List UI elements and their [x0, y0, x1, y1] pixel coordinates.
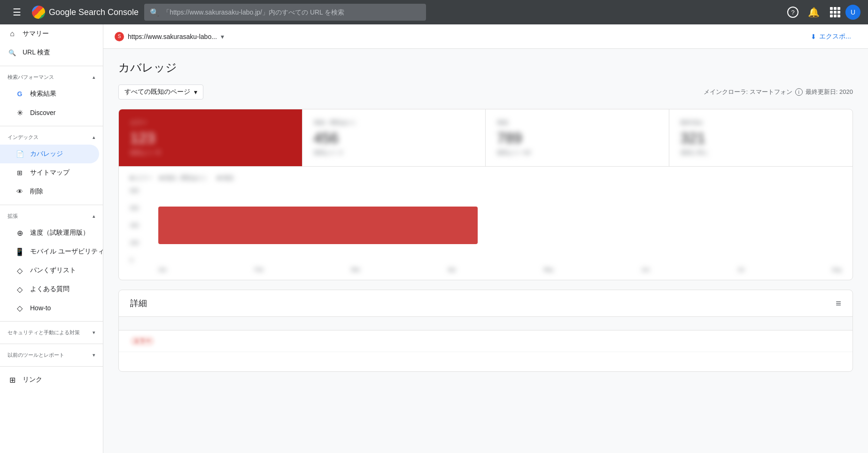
- section-security-label: セキュリティと手動による対策: [8, 329, 93, 336]
- col-validated: [785, 321, 813, 326]
- menu-button[interactable]: ☰: [8, 3, 26, 22]
- avatar[interactable]: U: [845, 5, 860, 20]
- g-logo-icon: G: [15, 89, 24, 99]
- stat-box-error: エラー 123 前回より +5: [119, 109, 302, 166]
- sidebar-label-summary: サマリー: [23, 30, 49, 38]
- col-pages: [728, 321, 757, 326]
- detail-header: 詳細 ≡: [119, 290, 852, 317]
- app-title: Google Search Console: [49, 8, 139, 17]
- crawler-label: メインクローラ: スマートフォン: [704, 88, 792, 96]
- top-nav: ☰ Google Search Console 🔍 ? 🔔: [0, 0, 868, 24]
- search-input[interactable]: [163, 8, 420, 16]
- stat-error-content: エラー 123 前回より +5: [130, 119, 291, 157]
- page-content: カバレッジ すべての既知のページ ▾ メインクローラ: スマートフォン i 最終…: [103, 49, 868, 392]
- sidebar-item-search-results[interactable]: G 検索結果: [0, 84, 99, 103]
- chevron-down-icon-2: ▾: [93, 352, 95, 358]
- breadcrumb-icon: ◇: [15, 266, 24, 275]
- app-logo: Google Search Console: [32, 6, 139, 19]
- sidebar-divider-5: [0, 344, 103, 344]
- sidebar-item-discover[interactable]: ✳ Discover: [0, 103, 99, 122]
- sidebar-label-removal: 削除: [30, 187, 43, 196]
- sidebar-section-security[interactable]: セキュリティと手動による対策 ▾: [0, 325, 103, 340]
- filter-select[interactable]: すべての既知のページ ▾: [118, 84, 203, 100]
- sidebar-section-search[interactable]: 検索パフォーマンス ▴: [0, 70, 103, 84]
- row-validated-2: [785, 358, 841, 366]
- detail-filter-button[interactable]: ≡: [836, 298, 841, 309]
- sidebar-divider-6: [0, 366, 103, 367]
- chevron-up-icon-3: ▴: [93, 213, 95, 219]
- property-name: https://www.sakurasaku-labo...: [128, 33, 217, 40]
- sidebar-item-link[interactable]: ⊞ リンク: [0, 370, 99, 389]
- sidebar-label-breadcrumb: パンくずリスト: [30, 266, 76, 275]
- sidebar-item-removal[interactable]: 👁 削除: [0, 182, 99, 201]
- status-badge: エラー: [130, 336, 155, 346]
- chevron-up-icon: ▴: [93, 74, 95, 80]
- crawler-info: メインクローラ: スマートフォン i 最終更新日: 2020: [704, 88, 853, 96]
- stat-box-valid: 有効 789 前回より +10: [486, 109, 669, 166]
- stat-box-excluded: 除外済み 321 前回と同じ: [669, 109, 853, 166]
- speed-icon: ⊕: [15, 228, 24, 238]
- sidebar-label-speed: 速度（試験運用版）: [30, 229, 89, 237]
- sidebar-item-coverage[interactable]: 📄 カバレッジ: [0, 145, 99, 163]
- coverage-icon: 📄: [15, 149, 24, 159]
- search-bar[interactable]: 🔍: [144, 4, 426, 21]
- search-icon: 🔍: [150, 8, 159, 17]
- sidebar-label-search-results: 検索結果: [30, 90, 56, 98]
- sidebar-item-breadcrumb[interactable]: ◇ パンくずリスト: [0, 261, 99, 280]
- sidebar-divider-1: [0, 66, 103, 66]
- sidebar-divider-3: [0, 205, 103, 205]
- section-search-label: 検索パフォーマンス: [8, 74, 93, 81]
- table-row[interactable]: [119, 352, 852, 371]
- apps-icon: [830, 7, 838, 17]
- sidebar-label-faq: よくある質問: [30, 285, 70, 293]
- apps-button[interactable]: [825, 3, 844, 22]
- help-icon: ?: [787, 7, 798, 18]
- download-icon: ⬇: [811, 33, 816, 40]
- sidebar: ⌂ サマリー 🔍 URL 検査 検索パフォーマンス ▴ G 検索結果 ✳ Dis…: [0, 24, 103, 453]
- col-status: [130, 321, 177, 326]
- info-icon: i: [795, 88, 803, 96]
- property-bar: S https://www.sakurasaku-labo... ▾ ⬇ エクス…: [103, 24, 868, 49]
- mobile-icon: 📱: [15, 247, 24, 256]
- sidebar-item-howto[interactable]: ◇ How-to: [0, 299, 99, 317]
- stats-grid: エラー 123 前回より +5 有効（警告あり） 456 前回より -2: [119, 109, 852, 167]
- row-validated: [785, 337, 841, 345]
- sidebar-label-howto: How-to: [30, 304, 51, 312]
- section-legacy-label: 以前のツールとレポート: [8, 352, 93, 359]
- help-button[interactable]: ?: [783, 3, 802, 22]
- faq-icon: ◇: [15, 284, 24, 294]
- chart-area: ■ エラー ■ 有効（警告あり） ■ 有効 800 600 400 200 0: [119, 167, 852, 280]
- row-pages-2: [728, 358, 785, 366]
- sidebar-item-sitemap[interactable]: ⊞ サイトマップ: [0, 163, 99, 182]
- stat-valid-content: 有効 789 前回より +10: [497, 119, 658, 157]
- col-reason: [224, 321, 252, 326]
- export-button[interactable]: ⬇ エクスポ...: [805, 29, 857, 45]
- sidebar-item-faq[interactable]: ◇ よくある質問: [0, 280, 99, 299]
- notification-button[interactable]: 🔔: [804, 3, 823, 22]
- sidebar-section-enhance[interactable]: 拡張 ▴: [0, 209, 103, 223]
- sidebar-section-index[interactable]: インデックス ▴: [0, 130, 103, 145]
- sitemap-icon: ⊞: [15, 168, 24, 177]
- filter-icon: ≡: [836, 298, 841, 308]
- sidebar-divider-4: [0, 321, 103, 322]
- property-actions: ⬇ エクスポ...: [805, 29, 857, 45]
- sidebar-item-mobile[interactable]: 📱 モバイル ユーザビリティ: [0, 242, 99, 261]
- favicon-letter: S: [118, 34, 121, 39]
- table-row[interactable]: エラー: [119, 330, 852, 352]
- bell-icon: 🔔: [808, 7, 820, 18]
- link-icon: ⊞: [8, 375, 17, 384]
- sidebar-item-summary[interactable]: ⌂ サマリー: [0, 24, 99, 43]
- row-reason-2: [224, 358, 728, 366]
- sidebar-label-link: リンク: [23, 376, 42, 384]
- home-icon: ⌂: [8, 29, 17, 38]
- summary-card: エラー 123 前回より +5 有効（警告あり） 456 前回より -2: [118, 109, 853, 280]
- property-selector[interactable]: S https://www.sakurasaku-labo... ▾: [115, 32, 224, 41]
- section-enhance-label: 拡張: [8, 213, 93, 220]
- sidebar-item-speed[interactable]: ⊕ 速度（試験運用版）: [0, 223, 99, 242]
- export-label: エクスポ...: [819, 32, 851, 41]
- sidebar-item-url-inspection[interactable]: 🔍 URL 検査: [0, 43, 99, 62]
- section-index-label: インデックス: [8, 134, 93, 141]
- sidebar-section-legacy[interactable]: 以前のツールとレポート ▾: [0, 348, 103, 362]
- last-updated: 最終更新日: 2020: [806, 88, 853, 96]
- sidebar-label-coverage: カバレッジ: [30, 150, 63, 158]
